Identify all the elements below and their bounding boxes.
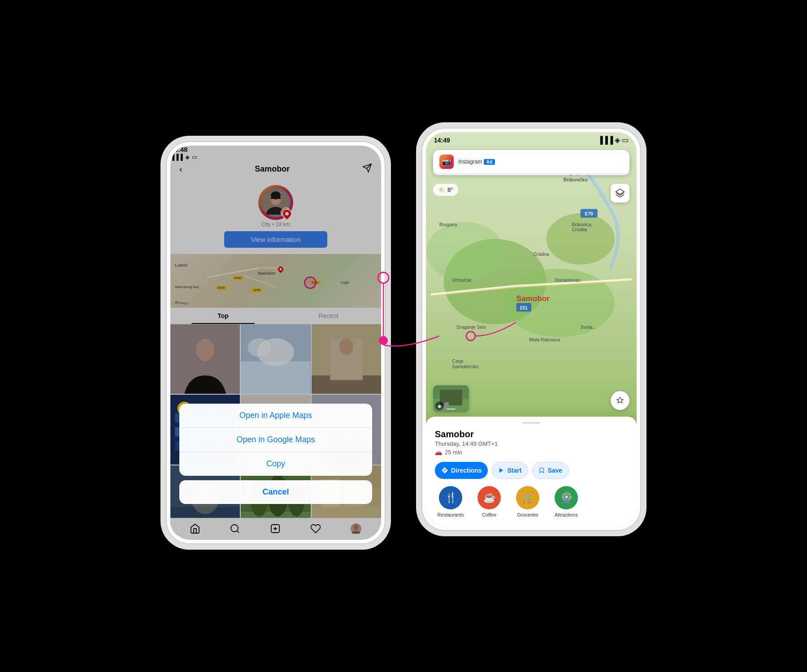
ad-badge: Ad	[484, 159, 495, 165]
wifi-icon-2: ◈	[615, 136, 620, 144]
action-sheet: Open in Apple Maps Open in Google Maps C…	[179, 404, 372, 504]
weather-icon: ⛅	[438, 186, 446, 193]
temperature: 8°	[447, 186, 453, 193]
phone-maps: E70 231 Prigorje Brdovečko Bregana Bobov…	[421, 128, 641, 531]
thumbnail-icon: ◉	[435, 401, 444, 410]
instagram-icon: 📷	[439, 155, 454, 169]
svg-text:Mala Rakovica: Mala Rakovica	[529, 337, 560, 342]
groceries-label: Groceries	[517, 512, 538, 517]
drive-icon: 🚗	[435, 449, 442, 456]
category-restaurants[interactable]: 🍴 Restaurants	[435, 486, 466, 517]
svg-text:Sveta...: Sveta...	[581, 325, 597, 330]
attractions-label: Attractions	[555, 512, 578, 517]
groceries-icon: 🛒	[516, 486, 539, 509]
svg-text:Bobovica,: Bobovica,	[572, 222, 593, 227]
battery-icon-2: ▭	[622, 136, 629, 144]
scene: 14:48 ▐▐▐ ◈ ▭ ‹ Samobor	[0, 0, 807, 672]
coffee-label: Coffee	[482, 512, 496, 517]
action-group: Open in Apple Maps Open in Google Maps C…	[179, 404, 372, 476]
cancel-button[interactable]: Cancel	[179, 480, 372, 504]
sheet-handle	[522, 422, 540, 424]
drive-time: 🚗 25 min	[435, 449, 628, 456]
svg-text:Draganje Selo: Draganje Selo	[456, 325, 486, 330]
svg-text:Samobor: Samobor	[516, 294, 550, 303]
open-apple-maps-button[interactable]: Open in Apple Maps	[179, 404, 372, 428]
save-button[interactable]: Save	[532, 462, 569, 479]
open-google-maps-button[interactable]: Open in Google Maps	[179, 428, 372, 452]
action-buttons-row: Directions Start Save	[435, 462, 628, 479]
directions-button[interactable]: Directions	[435, 462, 488, 479]
place-datetime: Thursday, 14:49 GMT+1	[435, 440, 628, 447]
svg-text:Domaslovec: Domaslovec	[555, 278, 581, 283]
category-groceries[interactable]: 🛒 Groceries	[512, 486, 543, 517]
coffee-icon: ☕	[477, 486, 501, 509]
save-label: Save	[547, 467, 562, 474]
directions-label: Directions	[451, 467, 482, 474]
place-title: Samobor	[435, 429, 628, 439]
maps-container: E70 231 Prigorje Brdovečko Bregana Bobov…	[426, 132, 637, 526]
category-coffee[interactable]: ☕ Coffee	[473, 486, 505, 517]
svg-text:Brdovečko: Brdovečko	[564, 177, 588, 182]
signal-icon-2: ▐▐▐	[598, 136, 613, 144]
svg-text:Samoborsko: Samoborsko	[452, 364, 479, 369]
restaurants-label: Restaurants	[437, 512, 464, 517]
phone-instagram: 14:48 ▐▐▐ ◈ ▭ ‹ Samobor	[166, 141, 386, 544]
weather-badge: ⛅ 8°	[433, 184, 458, 196]
instagram-notification: 📷 Instagram Ad	[433, 150, 629, 173]
svg-point-46	[426, 222, 503, 281]
time-display-2: 14:49	[434, 137, 450, 144]
bottom-sheet: Samobor Thursday, 14:49 GMT+1 🚗 25 min D…	[426, 417, 637, 526]
drive-duration: 25 min	[445, 449, 462, 456]
svg-text:Croatia: Croatia	[572, 227, 587, 232]
categories-row: 🍴 Restaurants ☕ Coffee 🛒 Groceries �	[435, 486, 628, 517]
svg-text:Cerje: Cerje	[452, 359, 464, 364]
svg-text:231: 231	[520, 306, 528, 310]
connector-svg	[0, 0, 807, 672]
svg-text:Gradna: Gradna	[534, 252, 549, 257]
svg-text:E70: E70	[585, 211, 593, 216]
map-thumbnail: ◉	[433, 385, 469, 412]
start-label: Start	[507, 467, 521, 474]
status-bar-2: 14:49 ▐▐▐ ◈ ▭	[426, 136, 637, 144]
svg-text:Bregana: Bregana	[439, 222, 457, 227]
notification-text: Instagram Ad	[458, 159, 623, 165]
svg-rect-70	[444, 402, 449, 409]
svg-marker-71	[499, 468, 503, 473]
status-icons-2: ▐▐▐ ◈ ▭	[598, 136, 629, 144]
start-button[interactable]: Start	[491, 462, 528, 479]
restaurants-icon: 🍴	[439, 486, 462, 509]
layers-button[interactable]	[611, 184, 629, 202]
notif-app-name: Instagram	[458, 159, 482, 165]
copy-button[interactable]: Copy	[179, 452, 372, 476]
svg-text:Vrhovčak: Vrhovčak	[452, 278, 472, 283]
svg-point-47	[546, 213, 615, 264]
my-location-button[interactable]	[611, 391, 629, 410]
attractions-icon: 🎡	[555, 486, 578, 509]
category-attractions[interactable]: 🎡 Attractions	[551, 486, 582, 517]
